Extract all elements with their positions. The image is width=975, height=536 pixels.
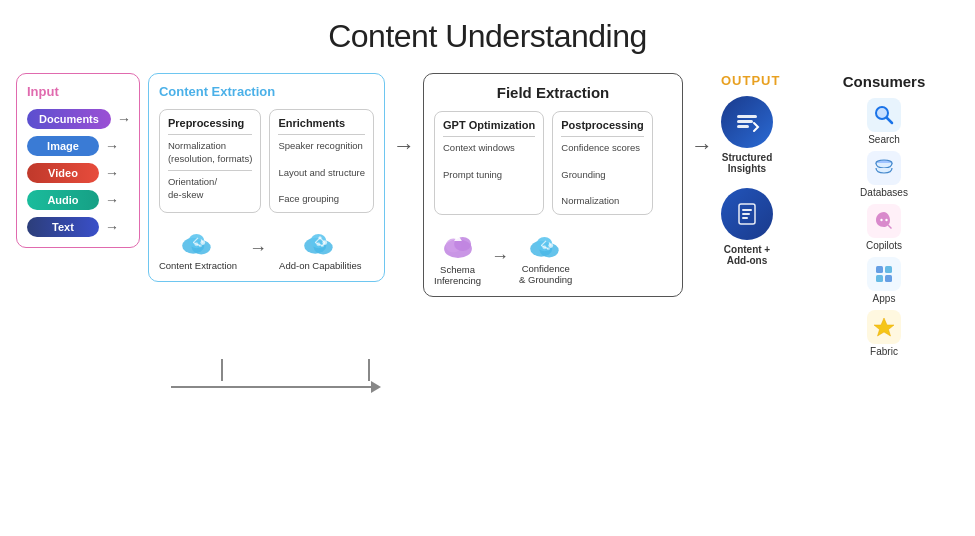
fabric-icon (867, 310, 901, 344)
search-label: Search (868, 134, 900, 145)
content-addons-icon (721, 188, 773, 240)
svg-rect-38 (737, 125, 749, 128)
content-extraction-section: Content Extraction Preprocessing Normali… (148, 73, 385, 282)
gpt-card: GPT Optimization Context windowsPrompt t… (434, 111, 544, 215)
schema-inferencing-cloud: SchemaInferencing (434, 227, 481, 286)
copilots-icon (867, 204, 901, 238)
svg-rect-51 (885, 275, 892, 282)
cloud-icon (301, 225, 339, 257)
svg-line-44 (887, 118, 892, 123)
svg-rect-48 (876, 266, 883, 273)
search-icon (867, 98, 901, 132)
input-section: Input Documents → Image → Video → Audio … (16, 73, 140, 248)
copilots-consumer: Copilots (866, 204, 902, 251)
section-arrow2: → (691, 73, 713, 159)
svg-rect-40 (742, 209, 752, 211)
apps-label: Apps (873, 293, 896, 304)
postprocessing-text: Confidence scoresGroundingNormalization (561, 141, 644, 207)
fabric-consumer: Fabric (867, 310, 901, 357)
arrow-icon: → (105, 192, 119, 208)
cloud-label-addon: Add-on Capabilities (279, 260, 361, 271)
consumers-title: Consumers (843, 73, 926, 90)
preprocessing-card: Preprocessing Normalization(resolution, … (159, 109, 261, 213)
enrichments-text: Speaker recognitionLayout and structureF… (278, 139, 365, 205)
cloud-row: Content Extraction → A (159, 225, 374, 271)
apps-consumer: Apps (867, 257, 901, 304)
copilots-label: Copilots (866, 240, 902, 251)
image-pill: Image (27, 136, 99, 156)
gpt-title: GPT Optimization (443, 119, 535, 131)
schema-label: SchemaInferencing (434, 264, 481, 286)
arrow-icon: → (491, 246, 509, 267)
insights-icon (732, 107, 762, 137)
search-svg-icon (872, 103, 896, 127)
video-pill: Video (27, 163, 99, 183)
structured-insights-icon (721, 96, 773, 148)
content-addons-label: Content +Add-ons (724, 244, 770, 266)
databases-consumer: Databases (860, 151, 908, 198)
output-items: StructuredInsights Content +Add-ons (721, 96, 773, 266)
field-cloud-row: SchemaInferencing → Confidence& Groundin… (434, 227, 672, 286)
content-addons-item: Content +Add-ons (721, 188, 773, 266)
timeline-area (16, 359, 959, 393)
schema-cloud-icon (439, 227, 477, 261)
field-boxes: GPT Optimization Context windowsPrompt t… (434, 111, 672, 215)
databases-label: Databases (860, 187, 908, 198)
databases-icon (867, 151, 901, 185)
audio-pill: Audio (27, 190, 99, 210)
copilots-svg-icon (872, 209, 896, 233)
input-section-title: Input (27, 84, 131, 99)
timeline-vert2 (368, 359, 370, 381)
documents-pill: Documents (27, 109, 111, 129)
fabric-svg-icon (872, 315, 896, 339)
confidence-cloud-icon (527, 228, 565, 260)
arrow-icon: → (105, 138, 119, 154)
list-item: Video → (27, 163, 131, 183)
structured-insights-label: StructuredInsights (722, 152, 773, 174)
arrow-icon: → (105, 165, 119, 181)
arrow-icon: → (249, 238, 267, 259)
fabric-label: Fabric (870, 346, 898, 357)
svg-point-47 (885, 219, 887, 221)
consumers-section: Consumers Search (839, 73, 929, 357)
arrow-icon: → (393, 133, 415, 159)
list-item: Text → (27, 217, 131, 237)
apps-svg-icon (872, 262, 896, 286)
enrichments-title: Enrichments (278, 117, 365, 129)
cloud-icon (179, 225, 217, 257)
preprocessing-title: Preprocessing (168, 117, 252, 129)
svg-rect-49 (885, 266, 892, 273)
enrichments-card: Enrichments Speaker recognitionLayout an… (269, 109, 374, 213)
timeline-horiz (171, 381, 381, 393)
list-item: Documents → (27, 109, 131, 129)
addon-capabilities-cloud: Add-on Capabilities (279, 225, 361, 271)
arrow-icon: → (691, 133, 713, 159)
timeline-container (171, 359, 381, 393)
arrow-icon: → (117, 111, 131, 127)
extraction-boxes: Preprocessing Normalization(resolution, … (159, 109, 374, 213)
list-item: Audio → (27, 190, 131, 210)
svg-point-46 (880, 219, 882, 221)
search-consumer: Search (867, 98, 901, 145)
section-arrow: → (393, 73, 415, 159)
svg-rect-42 (742, 217, 748, 219)
postprocessing-card: Postprocessing Confidence scoresGroundin… (552, 111, 653, 215)
svg-rect-50 (876, 275, 883, 282)
apps-icon (867, 257, 901, 291)
output-section: OUTPUT StructuredInsights (721, 73, 831, 266)
svg-rect-37 (737, 120, 753, 123)
field-extraction-section: Field Extraction GPT Optimization Contex… (423, 73, 683, 297)
main-diagram: Input Documents → Image → Video → Audio … (16, 73, 959, 357)
preprocessing-text2: Orientation/de-skew (168, 175, 252, 202)
timeline-line (171, 386, 371, 388)
databases-svg-icon (872, 156, 896, 180)
confidence-label: Confidence& Grounding (519, 263, 572, 285)
gpt-text: Context windowsPrompt tuning (443, 141, 535, 181)
arrow-icon: → (105, 219, 119, 235)
consumer-items: Search Databases (860, 98, 908, 357)
text-pill: Text (27, 217, 99, 237)
timeline-vert1 (221, 359, 223, 381)
output-section-title: OUTPUT (721, 73, 780, 88)
cloud-label-extraction: Content Extraction (159, 260, 237, 271)
field-extraction-title: Field Extraction (434, 84, 672, 101)
